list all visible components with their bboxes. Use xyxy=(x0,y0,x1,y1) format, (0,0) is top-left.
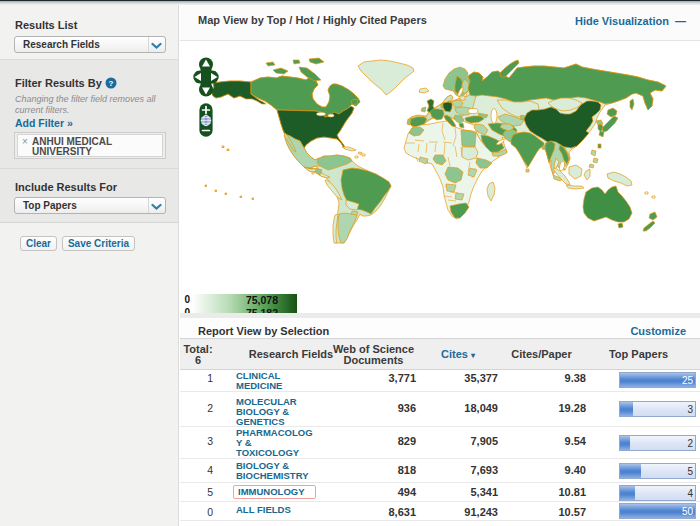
svg-text:75,078: 75,078 xyxy=(246,294,278,306)
svg-text:?: ? xyxy=(108,79,113,88)
svg-text:0: 0 xyxy=(184,294,190,305)
